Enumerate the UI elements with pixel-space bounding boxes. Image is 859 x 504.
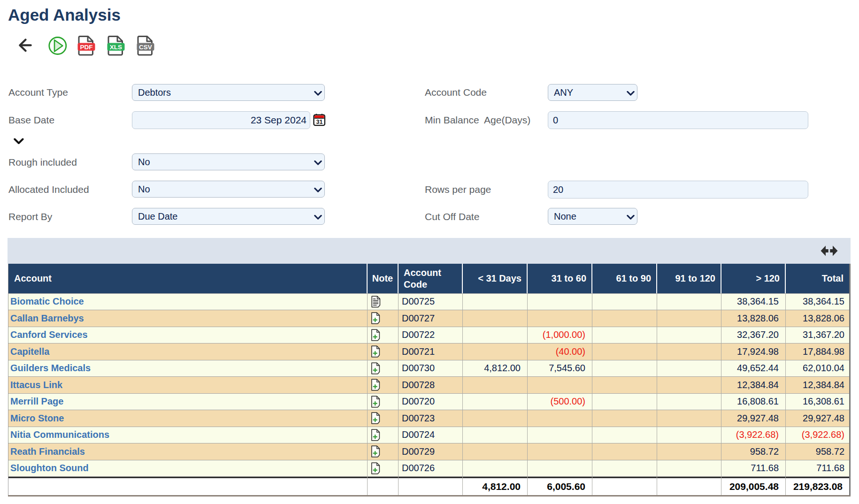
svg-text:XLS: XLS [110, 44, 122, 51]
svg-text:PDF: PDF [80, 44, 93, 51]
svg-text:31: 31 [316, 119, 322, 125]
svg-text:CSV: CSV [139, 44, 152, 51]
